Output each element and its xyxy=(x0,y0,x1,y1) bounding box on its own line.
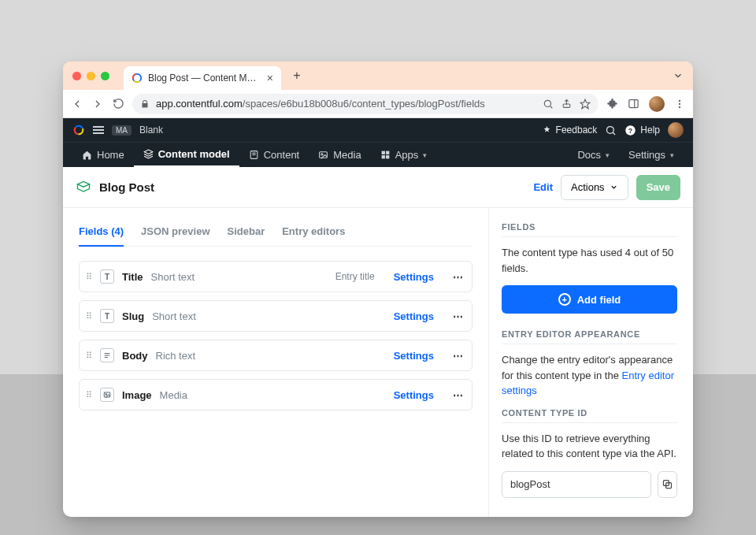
content-type-icon xyxy=(76,180,91,195)
app-header: MA Blank Feedback ? Help xyxy=(63,118,693,142)
browser-toolbar xyxy=(606,96,685,112)
forward-icon[interactable] xyxy=(91,98,104,110)
actions-label: Actions xyxy=(571,181,605,193)
bookmark-icon[interactable] xyxy=(580,98,591,110)
svg-point-15 xyxy=(607,126,614,133)
field-settings-link[interactable]: Settings xyxy=(394,271,434,283)
reload-icon[interactable] xyxy=(112,98,124,110)
chevron-down-icon xyxy=(610,183,618,191)
tabs-overflow-icon[interactable] xyxy=(673,70,684,81)
field-type: Short text xyxy=(152,310,196,322)
menu-icon[interactable] xyxy=(93,126,104,134)
nav-label: Content model xyxy=(158,148,230,160)
help-button[interactable]: ? Help xyxy=(624,124,660,136)
svg-point-10 xyxy=(679,102,680,104)
id-desc: Use this ID to retrieve everything relat… xyxy=(502,431,677,462)
svg-line-4 xyxy=(550,106,552,108)
maximize-window-icon[interactable] xyxy=(101,72,109,80)
user-avatar[interactable] xyxy=(668,122,684,138)
search-in-page-icon[interactable] xyxy=(543,98,554,110)
fields-panel: Fields (4) JSON preview Sidebar Entry ed… xyxy=(63,208,488,517)
nav-home[interactable]: Home xyxy=(72,143,134,167)
svg-point-32 xyxy=(106,394,107,396)
nav-apps[interactable]: Apps ▾ xyxy=(371,143,437,167)
field-more-icon[interactable]: ⋯ xyxy=(453,271,464,283)
nav-content-model[interactable]: Content model xyxy=(134,143,239,167)
drag-handle-icon[interactable]: ⠿ xyxy=(86,390,92,400)
browser-tabbar: Blog Post — Content Model — × + xyxy=(63,61,693,90)
appearance-section-label: ENTRY EDITOR APPEARANCE xyxy=(502,329,677,344)
field-row: ⠿ T Title Short text Entry title Setting… xyxy=(79,261,472,292)
nav-media[interactable]: Media xyxy=(309,143,370,167)
drag-handle-icon[interactable]: ⠿ xyxy=(86,272,92,282)
feedback-button[interactable]: Feedback xyxy=(542,124,598,136)
entry-title-badge: Entry title xyxy=(335,271,375,282)
content-type-id-box xyxy=(502,471,677,498)
svg-marker-6 xyxy=(580,99,590,109)
tab-json-preview[interactable]: JSON preview xyxy=(141,219,209,246)
side-panel-icon[interactable] xyxy=(628,98,639,110)
save-label: Save xyxy=(647,181,670,193)
add-field-button[interactable]: + Add field xyxy=(502,285,677,314)
profile-avatar[interactable] xyxy=(649,96,665,112)
save-button[interactable]: Save xyxy=(636,175,680,200)
new-tab-button[interactable]: + xyxy=(287,66,306,85)
text-field-icon: T xyxy=(100,269,114,284)
lock-icon xyxy=(140,99,150,109)
tab-sidebar[interactable]: Sidebar xyxy=(228,219,265,246)
browser-tab[interactable]: Blog Post — Content Model — × xyxy=(124,66,281,90)
field-more-icon[interactable]: ⋯ xyxy=(453,389,464,401)
field-more-icon[interactable]: ⋯ xyxy=(453,350,464,362)
field-settings-link[interactable]: Settings xyxy=(394,310,434,322)
header-search-icon[interactable] xyxy=(605,124,617,136)
content-tabs: Fields (4) JSON preview Sidebar Entry ed… xyxy=(79,219,472,247)
browser-menu-icon[interactable] xyxy=(674,98,685,110)
svg-rect-26 xyxy=(381,155,384,158)
fields-section-label: FIELDS xyxy=(502,222,677,237)
svg-point-3 xyxy=(544,100,550,106)
close-tab-icon[interactable]: × xyxy=(267,72,273,84)
extensions-icon[interactable] xyxy=(606,98,618,110)
app-nav: Home Content model Content Media Apps ▾ … xyxy=(63,142,693,167)
nav-content[interactable]: Content xyxy=(239,143,309,167)
field-type: Short text xyxy=(151,271,195,283)
share-icon[interactable] xyxy=(561,98,572,109)
add-field-label: Add field xyxy=(577,294,621,306)
tab-fields[interactable]: Fields (4) xyxy=(79,219,124,247)
drag-handle-icon[interactable]: ⠿ xyxy=(86,351,92,361)
minimize-window-icon[interactable] xyxy=(87,72,95,80)
help-label: Help xyxy=(640,124,660,136)
contentful-logo-icon[interactable] xyxy=(72,124,85,136)
field-name: Slug xyxy=(122,310,144,322)
richtext-field-icon xyxy=(100,348,114,362)
appearance-desc: Change the entry editor's appearance for… xyxy=(502,352,677,399)
field-name: Title xyxy=(122,271,143,283)
field-name: Image xyxy=(122,389,152,401)
page-header: Blog Post Edit Actions Save xyxy=(63,167,693,208)
svg-rect-27 xyxy=(386,155,389,158)
space-name[interactable]: Blank xyxy=(139,124,163,136)
svg-rect-24 xyxy=(381,151,384,154)
edit-link[interactable]: Edit xyxy=(533,181,553,193)
back-icon[interactable] xyxy=(71,98,83,110)
nav-settings[interactable]: Settings ▾ xyxy=(619,143,684,167)
field-settings-link[interactable]: Settings xyxy=(394,350,434,362)
side-panel: FIELDS The content type has used 4 out o… xyxy=(488,208,693,517)
nav-docs[interactable]: Docs ▾ xyxy=(568,143,619,167)
drag-handle-icon[interactable]: ⠿ xyxy=(86,311,92,321)
svg-point-9 xyxy=(679,99,680,101)
chevron-down-icon: ▾ xyxy=(670,151,674,159)
svg-line-16 xyxy=(613,132,615,135)
field-row: ⠿ Image Media Settings ⋯ xyxy=(79,379,472,411)
copy-id-button[interactable] xyxy=(658,471,677,498)
org-chip[interactable]: MA xyxy=(112,125,132,136)
tab-entry-editors[interactable]: Entry editors xyxy=(282,219,345,246)
field-more-icon[interactable]: ⋯ xyxy=(453,310,464,322)
actions-button[interactable]: Actions xyxy=(561,175,628,200)
close-window-icon[interactable] xyxy=(72,72,81,80)
url-field[interactable]: app.contentful.com/spaces/e6bu18b008u6/c… xyxy=(132,94,598,114)
svg-point-23 xyxy=(321,154,323,155)
browser-urlbar: app.contentful.com/spaces/e6bu18b008u6/c… xyxy=(63,90,693,118)
field-settings-link[interactable]: Settings xyxy=(394,389,434,401)
content-type-id-input[interactable] xyxy=(502,471,651,498)
